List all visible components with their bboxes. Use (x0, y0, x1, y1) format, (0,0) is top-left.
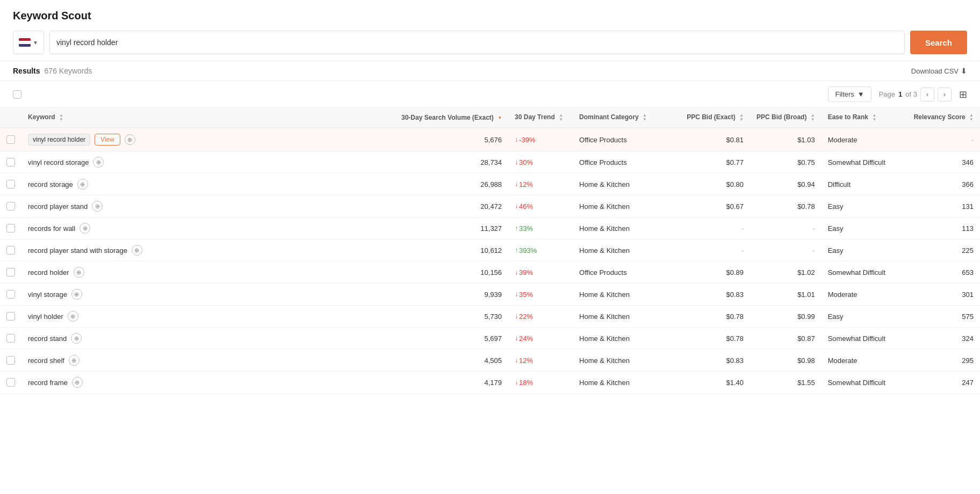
table-row: record player stand⊕20,472↓46%Home & Kit… (0, 195, 980, 217)
info-icon[interactable]: ⊕ (93, 157, 104, 168)
row-checkbox[interactable] (6, 202, 15, 210)
col-header-trend[interactable]: 30 Day Trend ▲▼ (508, 108, 573, 128)
ease-cell: Moderate (822, 350, 907, 372)
ppc-broad-cell: $1.03 (750, 128, 822, 151)
row-checkbox[interactable] (6, 312, 15, 321)
trend-arrow-icon: ↓ (515, 335, 518, 342)
col-header-volume[interactable]: 30-Day Search Volume (Exact) ▼ (395, 108, 508, 128)
relevancy-cell: - (907, 128, 980, 151)
trend-arrow-icon: ↓ (515, 313, 518, 320)
keyword-text: record holder (28, 268, 69, 277)
keyword-cell: record frame⊕ (28, 377, 388, 388)
column-settings-icon[interactable]: ⊞ (959, 89, 967, 100)
relevancy-cell: 225 (907, 239, 980, 261)
row-checkbox[interactable] (6, 290, 15, 299)
keyword-text: vinyl record storage (28, 158, 89, 166)
col-header-ease[interactable]: Ease to Rank ▲▼ (822, 108, 907, 128)
ppc-exact-cell: $0.89 (680, 261, 750, 284)
keyword-cell: record storage⊕ (28, 179, 388, 190)
category-cell: Home & Kitchen (573, 306, 680, 328)
trend-cell: ↓35% (508, 284, 573, 306)
category-cell: Office Products (573, 128, 680, 151)
row-checkbox[interactable] (6, 135, 15, 144)
country-selector[interactable]: ▼ (13, 31, 44, 54)
ppc-exact-cell: $0.80 (680, 173, 750, 195)
ppc-exact-cell: $1.40 (680, 372, 750, 394)
category-cell: Home & Kitchen (573, 328, 680, 350)
ppc-broad-cell: $0.99 (750, 306, 822, 328)
ease-cell: Moderate (822, 284, 907, 306)
next-page-button[interactable]: › (938, 88, 952, 101)
trend-arrow-icon: ↓ (515, 268, 518, 276)
info-icon[interactable]: ⊕ (132, 245, 142, 256)
info-icon[interactable]: ⊕ (69, 355, 80, 366)
page-of: of 3 (905, 90, 917, 98)
keyword-cell: record holder⊕ (28, 267, 388, 278)
row-checkbox[interactable] (6, 180, 15, 188)
results-label: Results (13, 67, 40, 75)
info-icon[interactable]: ⊕ (71, 289, 82, 300)
dash: - (741, 224, 744, 233)
table-row: record storage⊕26,988↓12%Home & Kitchen$… (0, 173, 980, 195)
col-header-keyword[interactable]: Keyword ▲▼ (21, 108, 395, 128)
view-button[interactable]: View (95, 134, 120, 146)
filters-button[interactable]: Filters ▼ (828, 86, 871, 102)
info-icon[interactable]: ⊕ (77, 179, 88, 190)
relevancy-cell: 324 (907, 328, 980, 350)
info-icon[interactable]: ⊕ (72, 377, 83, 388)
keyword-cell: vinyl holder⊕ (28, 311, 388, 322)
search-input[interactable] (56, 38, 898, 47)
volume-cell: 20,472 (395, 195, 508, 217)
row-checkbox[interactable] (6, 334, 15, 343)
download-csv-button[interactable]: Download CSV ⬇ (911, 67, 967, 75)
row-checkbox[interactable] (6, 268, 15, 277)
ease-cell: Easy (822, 217, 907, 239)
table-row: vinyl record holderView⊕5,676↓-39%Office… (0, 128, 980, 151)
col-header-ppc-broad[interactable]: PPC Bid (Broad) ▲▼ (750, 108, 822, 128)
info-icon[interactable]: ⊕ (92, 201, 103, 212)
volume-cell: 4,179 (395, 372, 508, 394)
info-icon[interactable]: ⊕ (71, 333, 82, 344)
info-icon[interactable]: ⊕ (74, 267, 84, 278)
search-button[interactable]: Search (910, 31, 967, 54)
volume-cell: 10,612 (395, 239, 508, 261)
keyword-cell: record player stand⊕ (28, 201, 388, 212)
col-header-relevancy[interactable]: Relevancy Score ▲▼ (907, 108, 980, 128)
volume-cell: 5,730 (395, 306, 508, 328)
table-row: record player stand with storage⊕10,612↑… (0, 239, 980, 261)
volume-cell: 28,734 (395, 151, 508, 173)
ease-cell: Somewhat Difficult (822, 261, 907, 284)
select-all-checkbox[interactable] (13, 90, 21, 99)
table-row: vinyl holder⊕5,730↓22%Home & Kitchen$0.7… (0, 306, 980, 328)
ppc-broad-cell: $1.02 (750, 261, 822, 284)
category-cell: Office Products (573, 151, 680, 173)
info-icon[interactable]: ⊕ (68, 311, 78, 322)
info-icon[interactable]: ⊕ (125, 134, 135, 145)
info-icon[interactable]: ⊕ (80, 223, 90, 234)
row-checkbox[interactable] (6, 356, 15, 365)
trend-arrow-icon: ↑ (515, 224, 518, 232)
keyword-text: records for wall (28, 224, 75, 233)
category-cell: Home & Kitchen (573, 350, 680, 372)
trend-arrow-icon: ↓ (515, 357, 518, 364)
col-header-category[interactable]: Dominant Category ▲▼ (573, 108, 680, 128)
ease-cell: Easy (822, 306, 907, 328)
row-checkbox[interactable] (6, 224, 15, 233)
row-checkbox[interactable] (6, 246, 15, 255)
row-checkbox[interactable] (6, 158, 15, 166)
sort-icon-ease: ▲▼ (872, 113, 876, 122)
sort-icon-volume: ▼ (498, 116, 502, 120)
trend-cell: ↓18% (508, 372, 573, 394)
trend-value: 24% (519, 335, 533, 343)
download-icon: ⬇ (961, 67, 967, 75)
col-header-ppc-exact[interactable]: PPC Bid (Exact) ▲▼ (680, 108, 750, 128)
page-navigation: Page 1 of 3 ‹ › (879, 88, 952, 101)
volume-cell: 11,327 (395, 217, 508, 239)
ppc-broad-cell: $0.87 (750, 328, 822, 350)
prev-page-button[interactable]: ‹ (920, 88, 934, 101)
relevancy-cell: 366 (907, 173, 980, 195)
ppc-exact-cell: - (680, 239, 750, 261)
keyword-text: vinyl storage (28, 290, 67, 299)
row-checkbox[interactable] (6, 378, 15, 387)
keyword-cell: vinyl record holderView⊕ (28, 134, 388, 146)
